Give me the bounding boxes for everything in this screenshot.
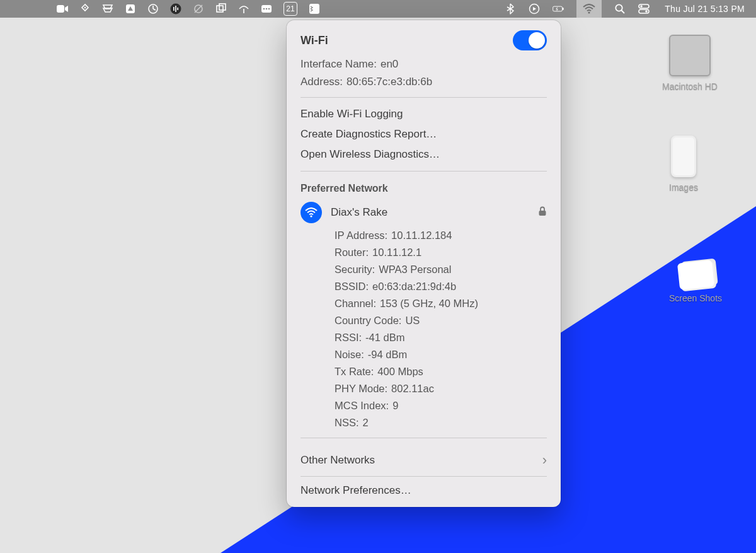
detail-key: Channel:	[335, 298, 376, 310]
open-wireless-diagnostics[interactable]: Open Wireless Diagnostics…	[301, 144, 547, 165]
desktop-icon-label: Images	[646, 182, 721, 192]
network-detail-row: Country Code:US	[335, 312, 547, 329]
detail-value: 10.11.12.184	[391, 230, 452, 242]
detail-key: MCS Index:	[335, 400, 389, 412]
network-detail-row: NSS:2	[335, 414, 547, 431]
other-networks-label: Other Networks	[301, 454, 375, 467]
wifi-connected-icon	[301, 202, 322, 223]
network-detail-row: BSSID:e0:63:da:21:9d:4b	[335, 278, 547, 295]
interface-name-label: Interface Name:	[301, 58, 377, 71]
dots-icon[interactable]	[261, 3, 272, 15]
svg-point-1	[84, 7, 86, 9]
desktop-icon-screenshots[interactable]: Screen Shots	[658, 262, 733, 303]
network-detail-row: RSSI:-41 dBm	[335, 329, 547, 346]
svg-rect-10	[217, 6, 223, 12]
chevron-right-icon: ›	[542, 452, 547, 469]
calendar-date: 21	[286, 4, 294, 13]
detail-key: RSSI:	[335, 332, 362, 344]
facetime-icon[interactable]	[57, 3, 68, 15]
audio-bars-icon[interactable]	[170, 3, 181, 15]
detail-value: 9	[392, 400, 398, 412]
windows-icon[interactable]	[215, 3, 227, 15]
detail-key: Noise:	[335, 349, 364, 361]
wifi-panel: Wi-Fi Interface Name: en0 Address: 80:65…	[287, 20, 561, 507]
network-detail-row: Tx Rate:400 Mbps	[335, 363, 547, 380]
detail-value: 2	[363, 417, 369, 429]
detail-value: WPA3 Personal	[379, 264, 451, 276]
phone-icon	[671, 136, 696, 177]
control-center-icon[interactable]	[638, 3, 650, 15]
detail-key: Security:	[335, 264, 375, 276]
desktop-icon-macintosh-hd[interactable]: Macintosh HD	[652, 35, 728, 91]
bee-icon[interactable]	[79, 3, 91, 15]
svg-point-22	[616, 4, 622, 11]
detail-value: 10.11.12.1	[372, 247, 421, 259]
other-networks-row[interactable]: Other Networks ›	[287, 445, 561, 476]
mac-address-label: Address:	[301, 76, 343, 88]
svg-point-21	[588, 11, 590, 13]
svg-point-25	[640, 5, 643, 8]
desktop-icon-images[interactable]: Images	[646, 136, 721, 192]
detail-key: NSS:	[335, 417, 359, 429]
enable-wifi-logging[interactable]: Enable Wi-Fi Logging	[301, 104, 547, 124]
detail-key: Country Code:	[335, 315, 401, 327]
mac-address-value: 80:65:7c:e3:db:6b	[346, 76, 432, 88]
detail-key: IP Address:	[335, 230, 387, 242]
desktop-icon-label: Screen Shots	[658, 293, 733, 303]
play-icon[interactable]	[529, 3, 540, 15]
detail-value: 400 Mbps	[377, 366, 423, 378]
detail-value: 802.11ac	[391, 383, 434, 395]
network-preferences[interactable]: Network Preferences…	[287, 477, 561, 507]
battery-icon[interactable]	[553, 3, 564, 15]
preferred-network-heading: Preferred Network	[301, 178, 547, 198]
network-detail-row: IP Address:10.11.12.184	[335, 227, 547, 244]
svg-rect-20	[563, 8, 564, 10]
detail-key: PHY Mode:	[335, 383, 387, 395]
preferred-network-row[interactable]: Diax's Rake	[301, 198, 547, 227]
svg-point-16	[268, 8, 270, 10]
detail-key: BSSID:	[335, 281, 369, 293]
svg-rect-0	[57, 5, 64, 13]
svg-point-14	[263, 8, 265, 10]
svg-rect-29	[539, 211, 546, 216]
network-detail-row: Security:WPA3 Personal	[335, 261, 547, 278]
desktop-icon-label: Macintosh HD	[652, 81, 728, 91]
spotlight-icon[interactable]	[614, 3, 626, 15]
svg-rect-6	[175, 6, 176, 12]
drive-icon[interactable]	[125, 3, 136, 15]
todoist-icon[interactable]	[309, 3, 320, 15]
svg-rect-5	[173, 7, 175, 11]
bluetooth-icon[interactable]	[505, 3, 516, 15]
svg-rect-19	[553, 6, 563, 11]
interface-name-value: en0	[381, 58, 398, 71]
umbrella-icon[interactable]	[238, 3, 249, 15]
detail-value: US	[405, 315, 420, 327]
detail-value: 153 (5 GHz, 40 MHz)	[380, 298, 478, 310]
detail-value: -94 dBm	[368, 349, 407, 361]
calendar-icon[interactable]: 21	[284, 2, 297, 16]
detail-value: e0:63:da:21:9d:4b	[372, 281, 456, 293]
network-name: Diax's Rake	[331, 206, 529, 219]
network-detail-row: PHY Mode:802.11ac	[335, 380, 547, 397]
detail-key: Router:	[335, 247, 369, 259]
menubar-clock[interactable]: Thu Jul 21 5:13 PM	[665, 4, 745, 14]
svg-point-28	[310, 215, 312, 217]
detail-key: Tx Rate:	[335, 366, 374, 378]
network-detail-row: Router:10.11.12.1	[335, 244, 547, 261]
network-detail-row: Noise:-94 dBm	[335, 346, 547, 363]
wifi-toggle[interactable]	[513, 30, 547, 50]
inbox-icon[interactable]	[102, 3, 113, 15]
sync-off-icon[interactable]	[193, 3, 204, 15]
timer-icon[interactable]	[147, 3, 159, 15]
detail-value: -41 dBm	[365, 332, 404, 344]
papers-icon	[677, 260, 714, 290]
network-details: IP Address:10.11.12.184Router:10.11.12.1…	[301, 227, 547, 431]
svg-point-27	[645, 10, 648, 13]
lock-icon	[538, 206, 547, 219]
wifi-panel-title: Wi-Fi	[301, 34, 328, 47]
wifi-menu-icon[interactable]	[576, 0, 602, 18]
svg-rect-11	[219, 4, 226, 10]
svg-line-23	[622, 11, 625, 14]
create-diagnostics-report[interactable]: Create Diagnostics Report…	[301, 124, 547, 144]
svg-point-15	[266, 8, 268, 10]
